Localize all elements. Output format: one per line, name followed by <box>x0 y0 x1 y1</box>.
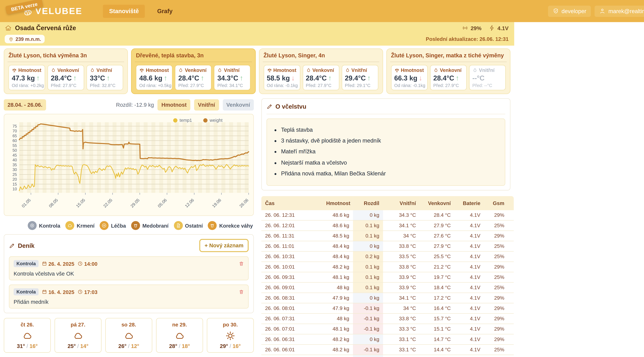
svg-text:08.05: 08.05 <box>48 198 59 208</box>
svg-text:15.05: 15.05 <box>75 198 86 208</box>
event-legend-item: Medobraní <box>131 221 168 230</box>
table-row: 26. 06. 06:3148.2 kg0 kg33.1 °C14.7 °C4.… <box>261 334 514 344</box>
table-cell: 26. 06. 07:01 <box>261 324 322 334</box>
delete-entry-button[interactable] <box>239 261 244 266</box>
table-cell: 4.1V <box>454 282 484 293</box>
hive-card[interactable]: Žluté Lyson, Singer, 4n Hmotnost 58.5 kg… <box>259 49 383 94</box>
stat-label: Venkovní <box>57 67 79 73</box>
entry-time: 17:03 <box>84 289 98 295</box>
series-toggle-vnitřní[interactable]: Vnitřní <box>194 99 219 111</box>
event-label: Medobraní <box>142 223 168 228</box>
trash-icon[interactable] <box>239 289 244 294</box>
svg-text:50: 50 <box>12 148 17 153</box>
table-cell: 15.7 °C <box>420 313 454 324</box>
trash-icon[interactable] <box>239 261 244 266</box>
temp-low: 14° <box>80 343 88 349</box>
eye-icon <box>30 223 35 228</box>
svg-text:20: 20 <box>12 177 17 182</box>
trend-down-icon: ↓ <box>291 75 295 81</box>
table-header-hmotnost: Hmotnost <box>322 196 353 210</box>
table-cell: 29% <box>484 231 514 241</box>
stat-subtext: Od rána: +0.5kg <box>139 83 169 88</box>
hive-name: Dřevěné, teplá stavba, 3n <box>136 52 251 59</box>
hive-card[interactable]: Žluté Lyson, tichá výměna 3n Hmotnost 47… <box>4 49 128 94</box>
temp-high: 29° <box>220 343 228 349</box>
stat-hmotnost: Hmotnost 47.3 kg↑ Od rána: +0.2kg <box>8 65 45 90</box>
table-cell: 21.2 °C <box>420 262 454 272</box>
hive-card[interactable]: Žluté Lyson, Singer, matka z tiché výměn… <box>386 49 510 94</box>
event-label: Krmení <box>77 223 94 228</box>
svg-text:weight: weight <box>210 118 223 123</box>
stat-label: Hmotnost <box>146 67 169 73</box>
account-chip[interactable]: marek@realtimeguru.cz <box>595 6 644 17</box>
hive-card[interactable]: Dřevěné, teplá stavba, 3n Hmotnost 48.6 … <box>131 49 256 94</box>
about-list-item: 3 nástavky, dvě plodiště a jeden medník <box>281 137 502 145</box>
series-toggle-venkovní[interactable]: Venkovní <box>222 99 254 111</box>
table-row: 26. 06. 10:3148.4 kg0.2 kg33.5 °C25.5 °C… <box>261 251 514 262</box>
svg-text:45: 45 <box>12 153 17 158</box>
table-cell: 26. 06. 09:01 <box>261 282 322 293</box>
temp-high: 25° <box>68 343 76 349</box>
weight-temp-chart[interactable]: 101520253035404550556065707501.0508.0515… <box>6 117 252 213</box>
table-cell: 4.1V <box>454 324 484 334</box>
table-cell: 25% <box>484 355 514 357</box>
nav-tab-stanoviste[interactable]: Stanoviště <box>103 5 145 18</box>
svg-text:05.06: 05.06 <box>157 198 168 208</box>
stat-label: Venkovní <box>440 67 462 73</box>
table-cell: 0 kg <box>353 241 383 251</box>
table-cell: 14.2 °C <box>420 355 454 357</box>
event-label: Léčba <box>111 223 126 228</box>
stat-subtext: Od rána: -0.1kg <box>267 83 297 88</box>
event-legend-item: Korekce váhy <box>208 221 253 230</box>
table-cell: 4.1V <box>454 303 484 313</box>
table-cell: 0.1 kg <box>353 262 383 272</box>
navbar-right: developer marek@realtimeguru.cz <box>548 6 644 17</box>
stat-venkovní: Venkovní 28.4°C↑ Před: 27.9°C <box>302 65 339 90</box>
signal-percent: 29% <box>471 25 482 31</box>
table-row: 26. 06. 07:3148 kg-0.1 kg33.8 °C15.7 °C4… <box>261 313 514 324</box>
divider <box>390 62 507 62</box>
date-range-chip[interactable]: 28.04. - 26.06. <box>4 99 46 111</box>
delete-entry-button[interactable] <box>239 289 244 294</box>
stat-venkovní: Venkovní 28.4°C↑ Před: 27.9°C <box>48 65 84 90</box>
table-cell: 26. 06. 10:01 <box>261 262 322 272</box>
table-cell: 16.4 °C <box>420 303 454 313</box>
temp-low: 16° <box>30 343 38 349</box>
pencil-icon <box>9 242 15 248</box>
table-cell: 33.8 °C <box>383 241 420 251</box>
new-record-button[interactable]: + Nový záznam <box>200 239 248 252</box>
event-bubble <box>208 221 217 230</box>
table-cell: 26. 06. 05:31 <box>261 355 322 357</box>
nav-tab-grafy[interactable]: Grafy <box>157 8 172 14</box>
table-row: 26. 06. 12:3148.6 kg0 kg34.3 °C28.4 °C4.… <box>261 210 514 220</box>
stat-value: 33°C <box>90 74 105 82</box>
table-cell: 25% <box>484 344 514 355</box>
stat-subtext: Před: 27.9°C <box>433 83 464 88</box>
table-cell: 29% <box>484 293 514 303</box>
battery-voltage: 4.1V <box>498 25 508 31</box>
trend-up-icon: ↑ <box>367 75 371 81</box>
svg-text:22.05: 22.05 <box>102 198 113 208</box>
top-navbar: BETA verze VeluBee Stanoviště Grafy deve… <box>0 0 644 22</box>
svg-text:60: 60 <box>12 138 17 143</box>
table-header-rozdíl: Rozdíl <box>353 196 383 210</box>
scale-icon <box>394 68 400 73</box>
entry-type-badge: Kontrola <box>14 288 39 295</box>
stat-value: 47.3 kg <box>12 74 35 82</box>
pencil-icon <box>266 104 272 110</box>
weight-diff-label: Rozdíl: -12.9 kg <box>116 102 154 108</box>
series-toggle-hmotnost[interactable]: Hmotnost <box>158 99 190 111</box>
table-cell: 29% <box>484 303 514 313</box>
pencil-icon <box>9 242 15 248</box>
about-list: Teplá stavba3 nástavky, dvě plodiště a j… <box>270 126 502 177</box>
table-cell: 17.2 °C <box>420 293 454 303</box>
weather-card: pá 27. 25° / 14° <box>54 318 102 353</box>
role-chip[interactable]: developer <box>548 6 591 17</box>
table-cell: 26. 06. 12:31 <box>261 210 322 220</box>
about-list-item: Teplá stavba <box>281 126 502 134</box>
journal-title: Deník <box>18 242 34 249</box>
home-icon <box>5 25 12 32</box>
home-icon <box>5 25 12 32</box>
clock-icon <box>78 289 83 294</box>
about-list-item: Nejstarší matka a včelstvo <box>281 159 502 166</box>
